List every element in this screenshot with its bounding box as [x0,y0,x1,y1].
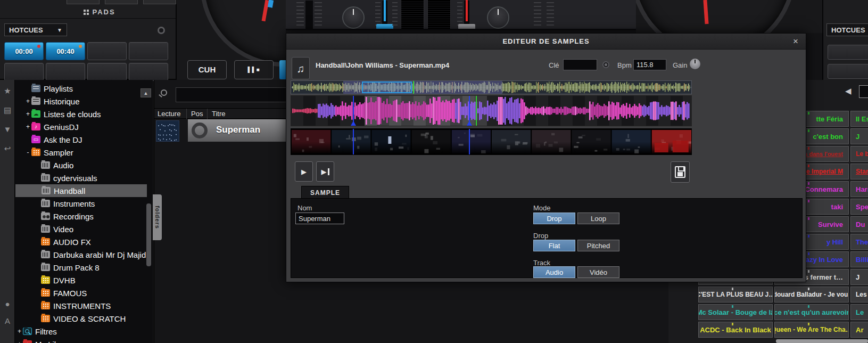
horizontal-scrollbar[interactable] [776,339,868,343]
sample-cell[interactable]: ce n'est qu'un aurevoir [774,304,849,320]
eq-knob[interactable] [342,6,365,29]
hotcue-pad[interactable] [129,63,168,81]
hotcue-pad[interactable] [87,63,127,81]
sample-cell-label: y Hill [826,238,843,246]
tree-item-famous[interactable]: FAMOUS [15,287,153,299]
tree-item-my-library[interactable]: +My Library [15,338,153,343]
tree-item-drum-pack-8[interactable]: Drum Pack 8 [15,261,153,274]
tree-item-label: INSTRUMENTS [53,301,111,311]
volume-fader-right[interactable] [458,24,475,29]
pad-button[interactable] [828,64,868,79]
close-icon[interactable]: × [793,34,798,50]
collapse-left-icon[interactable]: ◀ [845,86,852,96]
tree-item-playlists[interactable]: Playlists [15,82,153,95]
pause-stop-button[interactable]: ▌▌■ [234,60,274,79]
cue-button[interactable]: CUH [187,60,227,79]
sample-cell[interactable]: Du [850,216,868,232]
tree-item-label: Filtres [35,327,57,336]
filter-shortcut-icon[interactable]: ▼ [0,125,15,134]
hotcue-pad[interactable] [46,63,85,81]
tree-item-video[interactable]: Video [15,223,153,235]
tree-item-cydervisuals[interactable]: cydervisuals [15,172,153,184]
favorites-icon[interactable]: ★ [0,86,15,96]
sample-cell[interactable]: Star W [850,164,868,179]
sample-cell[interactable]: Les Ind [850,287,868,303]
key-match-button[interactable] [602,61,609,68]
sample-bank-search-box[interactable] [859,85,868,98]
column-lecture[interactable]: Lecture [154,109,187,119]
expander-icon[interactable]: + [24,97,31,105]
key-field[interactable] [563,59,597,70]
hotcue-pad[interactable]: 00:00 [4,42,44,60]
tree-item-audio[interactable]: Audio [15,159,153,172]
sample-cell[interactable]: Ar [850,322,868,338]
hotcue-pad[interactable] [129,42,168,60]
font-size-icon[interactable]: A [0,316,15,325]
column-pos[interactable]: Pos [188,109,208,119]
tab-sample[interactable]: SAMPLE [301,186,349,199]
save-button[interactable] [671,161,690,183]
tree-item-video-scratch[interactable]: VIDEO & SCRATCH [15,312,153,325]
expander-icon[interactable]: + [16,328,23,335]
tree-item-geniusdj[interactable]: +GeniusDJ [15,120,153,133]
sample-cell[interactable]: Le bo [850,146,868,162]
tree-item-filtres[interactable]: +Filtres [15,325,153,338]
sample-cell-label: Ar [856,326,863,334]
sample-cell[interactable]: Le [850,304,868,320]
skip-to-end-button[interactable]: ▶ [316,161,334,182]
sample-cell[interactable]: Harm [850,181,868,197]
bpm-field[interactable] [633,59,666,70]
volume-fader-left[interactable] [376,24,393,29]
sample-cell[interactable]: Il Est V [850,111,868,127]
tree-item-label: GeniusDJ [44,123,79,132]
tree-item-recordings[interactable]: Recordings [15,210,153,223]
hotcue-pad[interactable]: 00:40 [46,42,85,60]
dot-indicator[interactable]: ● [0,299,15,308]
tree-item-handball[interactable]: Handball [15,184,147,197]
pad-button[interactable] [828,45,868,60]
undo-arrow-icon[interactable]: ↩ [0,144,15,153]
detail-waveform[interactable] [291,95,692,126]
gain-knob[interactable] [690,59,700,69]
jog-wheel-right[interactable] [636,0,796,33]
sample-cell[interactable]: Edouard Balladur - Je vou… [774,287,849,303]
sample-cell[interactable]: Spe [850,199,868,215]
sample-cell[interactable]: J [850,128,868,144]
tree-item-historique[interactable]: +Historique [15,95,153,108]
jog-wheel-left[interactable] [200,0,286,67]
eq-knob[interactable] [487,6,509,29]
sample-cell[interactable]: Mc Solaar - Bouge de là [698,304,773,320]
play-button[interactable]: ▶ [295,161,313,182]
grid-folder-icon [41,315,50,322]
sample-cell[interactable]: C'EST LA PLUS BEAU J… [698,287,773,303]
expander-icon[interactable]: - [24,149,31,156]
hotcues-preset-select-right[interactable]: HOTCUES [826,23,868,36]
sample-cell[interactable]: The [850,234,868,250]
overview-waveform[interactable] [291,80,692,94]
hotcue-pad[interactable] [4,63,44,81]
sample-cell[interactable]: Queen - We Are The Cha… [774,322,849,338]
sample-cell[interactable]: ACDC - Back In Black [698,322,773,338]
tree-item-ask-the-dj[interactable]: Ask the DJ [15,133,153,146]
video-filmstrip[interactable] [291,128,692,155]
track-option-vidéo[interactable]: Vidéo [577,266,619,278]
tree-item-darbuka-arabi-mr-dj-majid[interactable]: Darbuka arabi Mr Dj Majid [15,248,153,261]
hotcue-pad[interactable] [87,42,127,60]
expander-icon[interactable]: + [24,123,31,130]
track-option-audio[interactable]: Audio [533,266,575,278]
tree-item-audio-fx[interactable]: AUDIO FX [15,235,153,248]
folders-tab[interactable]: folders [153,194,162,240]
sample-cell[interactable]: J [850,269,868,285]
expander-icon[interactable]: + [16,340,23,343]
tree-item-instruments[interactable]: INSTRUMENTS [15,299,153,312]
tree-item-listes-de-clouds[interactable]: +Listes de clouds [15,108,153,120]
sample-cell-label: taki [831,203,843,211]
expander-icon[interactable]: + [24,110,31,118]
tree-item-sampler[interactable]: -Sampler [15,146,153,159]
tree-item-dvhb[interactable]: DVHB [15,274,153,287]
play-button-partial[interactable] [279,60,286,79]
tree-item-instruments[interactable]: Instruments [15,197,153,210]
sample-cell[interactable]: Billie [850,251,868,267]
folder-shortcut-icon[interactable]: ▤ [0,105,15,115]
note-folder-icon [23,340,32,343]
